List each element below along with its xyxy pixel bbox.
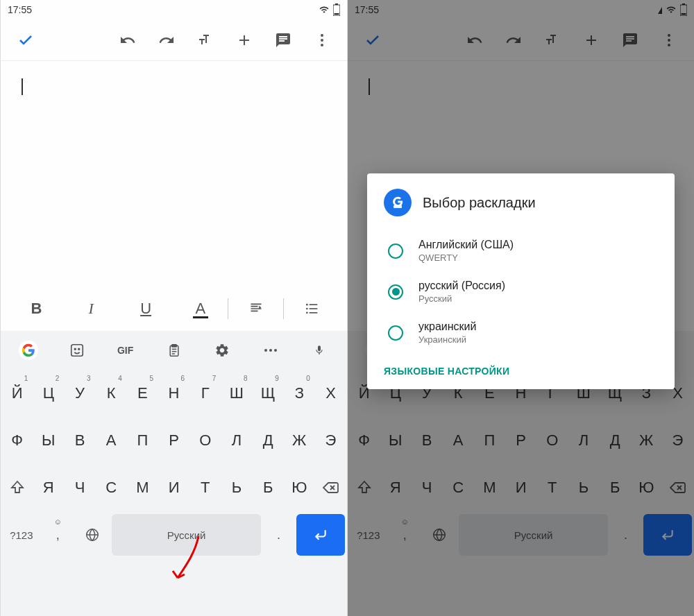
key-Ж[interactable]: Ж bbox=[632, 420, 661, 461]
key-О[interactable]: О bbox=[191, 420, 219, 461]
backspace-key[interactable] bbox=[663, 467, 692, 508]
key-И[interactable]: И bbox=[507, 467, 535, 508]
enter-key[interactable] bbox=[643, 514, 692, 556]
undo-button[interactable] bbox=[108, 24, 147, 57]
enter-key[interactable] bbox=[296, 514, 345, 556]
key-Я[interactable]: Я bbox=[381, 467, 409, 508]
redo-button[interactable] bbox=[494, 24, 533, 57]
key-Е[interactable]: Е5 bbox=[128, 373, 157, 414]
key-Ь[interactable]: Ь bbox=[222, 467, 251, 508]
backspace-key[interactable] bbox=[316, 467, 345, 508]
comma-key[interactable]: ☺, bbox=[390, 514, 420, 556]
undo-button[interactable] bbox=[455, 24, 494, 57]
comment-button[interactable] bbox=[264, 24, 303, 57]
key-А[interactable]: А bbox=[444, 420, 473, 461]
key-И[interactable]: И bbox=[160, 467, 188, 508]
period-key[interactable]: . bbox=[611, 514, 641, 556]
list-button[interactable] bbox=[284, 292, 339, 325]
language-key[interactable] bbox=[423, 514, 456, 556]
key-Р[interactable]: Р bbox=[507, 420, 535, 461]
key-З[interactable]: З0 bbox=[285, 373, 314, 414]
layout-option[interactable]: украинскийУкраинский bbox=[384, 312, 658, 353]
key-О[interactable]: О bbox=[538, 420, 566, 461]
text-format-button[interactable] bbox=[533, 24, 572, 57]
key-Л[interactable]: Л bbox=[569, 420, 598, 461]
key-Д[interactable]: Д bbox=[254, 420, 282, 461]
align-button[interactable] bbox=[228, 292, 283, 325]
space-key[interactable]: Русский bbox=[459, 514, 608, 556]
key-К[interactable]: К4 bbox=[97, 373, 126, 414]
key-М[interactable]: М bbox=[128, 467, 157, 508]
google-search-button[interactable] bbox=[5, 335, 52, 366]
clipboard-button[interactable] bbox=[151, 335, 198, 366]
layout-option[interactable]: русский (Россия)Русский bbox=[384, 271, 658, 312]
key-Т[interactable]: Т bbox=[191, 467, 219, 508]
more-button[interactable] bbox=[650, 24, 688, 57]
bold-button[interactable]: B bbox=[9, 292, 64, 325]
key-М[interactable]: М bbox=[475, 467, 504, 508]
layout-option[interactable]: Английский (США)QWERTY bbox=[384, 230, 658, 271]
space-key[interactable]: Русский bbox=[112, 514, 261, 556]
key-Ф[interactable]: Ф bbox=[350, 420, 378, 461]
key-А[interactable]: А bbox=[97, 420, 126, 461]
radio-button[interactable] bbox=[388, 284, 403, 300]
add-button[interactable] bbox=[572, 24, 611, 57]
text-format-button[interactable] bbox=[186, 24, 225, 57]
language-key[interactable] bbox=[76, 514, 109, 556]
key-Д[interactable]: Д bbox=[601, 420, 629, 461]
key-С[interactable]: С bbox=[444, 467, 473, 508]
key-П[interactable]: П bbox=[128, 420, 157, 461]
radio-button[interactable] bbox=[388, 243, 403, 259]
key-С[interactable]: С bbox=[97, 467, 126, 508]
key-Щ[interactable]: Щ9 bbox=[254, 373, 282, 414]
key-Л[interactable]: Л bbox=[222, 420, 251, 461]
radio-button[interactable] bbox=[388, 325, 403, 341]
key-Ч[interactable]: Ч bbox=[65, 467, 94, 508]
key-В[interactable]: В bbox=[65, 420, 94, 461]
gif-button[interactable]: GIF bbox=[102, 335, 149, 366]
key-Б[interactable]: Б bbox=[254, 467, 282, 508]
key-Н[interactable]: Н6 bbox=[160, 373, 188, 414]
key-Э[interactable]: Э bbox=[663, 420, 692, 461]
shift-key[interactable] bbox=[350, 467, 378, 508]
underline-button[interactable]: U bbox=[119, 292, 174, 325]
key-Б[interactable]: Б bbox=[601, 467, 629, 508]
voice-button[interactable] bbox=[296, 335, 343, 366]
symbols-key[interactable]: ?123 bbox=[350, 514, 387, 556]
comma-key[interactable]: ☺ , bbox=[43, 514, 73, 556]
more-button[interactable] bbox=[303, 24, 341, 57]
italic-button[interactable]: I bbox=[64, 292, 119, 325]
key-Р[interactable]: Р bbox=[160, 420, 188, 461]
language-settings-link[interactable]: ЯЗЫКОВЫЕ НАСТРОЙКИ bbox=[384, 366, 658, 377]
more-keyboard-button[interactable] bbox=[247, 335, 294, 366]
key-В[interactable]: В bbox=[412, 420, 441, 461]
editor-area[interactable] bbox=[1, 61, 347, 286]
key-Ю[interactable]: Ю bbox=[285, 467, 314, 508]
confirm-button[interactable] bbox=[6, 24, 45, 57]
sticker-button[interactable] bbox=[53, 335, 101, 366]
settings-button[interactable] bbox=[198, 335, 246, 366]
key-Ю[interactable]: Ю bbox=[632, 467, 661, 508]
key-Ц[interactable]: Ц2 bbox=[34, 373, 62, 414]
key-Я[interactable]: Я bbox=[34, 467, 62, 508]
key-Т[interactable]: Т bbox=[538, 467, 566, 508]
comment-button[interactable] bbox=[611, 24, 650, 57]
key-Ь[interactable]: Ь bbox=[569, 467, 598, 508]
key-Ш[interactable]: Ш8 bbox=[222, 373, 251, 414]
confirm-button[interactable] bbox=[353, 24, 392, 57]
symbols-key[interactable]: ?123 bbox=[3, 514, 40, 556]
key-Ы[interactable]: Ы bbox=[381, 420, 409, 461]
key-Й[interactable]: Й1 bbox=[3, 373, 31, 414]
text-color-button[interactable]: A bbox=[173, 292, 228, 325]
key-Ж[interactable]: Ж bbox=[285, 420, 314, 461]
key-Ы[interactable]: Ы bbox=[34, 420, 62, 461]
key-Ф[interactable]: Ф bbox=[3, 420, 31, 461]
key-Г[interactable]: Г7 bbox=[191, 373, 219, 414]
key-У[interactable]: У3 bbox=[65, 373, 94, 414]
key-П[interactable]: П bbox=[475, 420, 504, 461]
add-button[interactable] bbox=[225, 24, 264, 57]
key-Э[interactable]: Э bbox=[316, 420, 345, 461]
period-key[interactable]: . bbox=[264, 514, 294, 556]
redo-button[interactable] bbox=[147, 24, 186, 57]
shift-key[interactable] bbox=[3, 467, 31, 508]
